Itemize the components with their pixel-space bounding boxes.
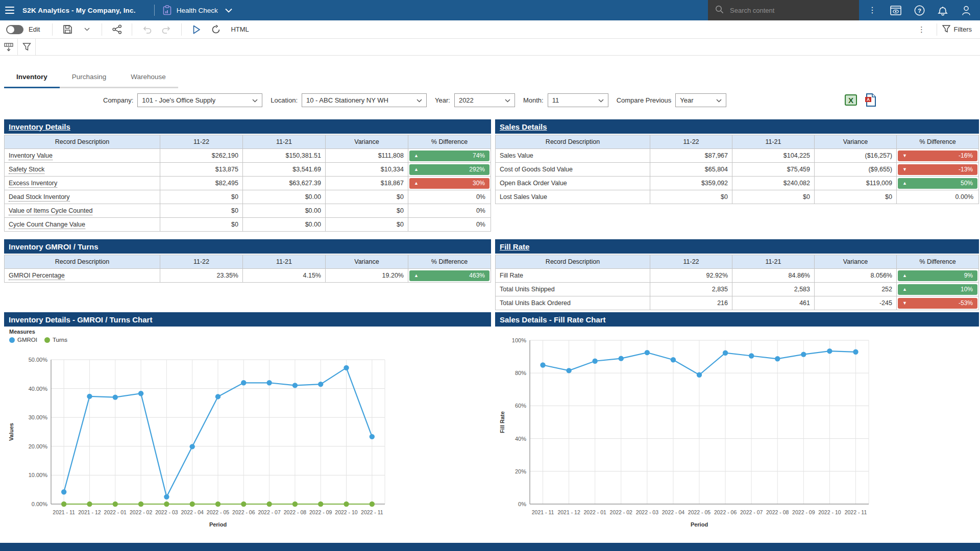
filter-select-company[interactable]: 101 - Joe's Office Supply bbox=[137, 93, 262, 107]
data-point[interactable] bbox=[61, 489, 66, 494]
data-point[interactable] bbox=[215, 502, 220, 507]
data-point[interactable] bbox=[370, 434, 375, 439]
tab-inventory[interactable]: Inventory bbox=[4, 65, 60, 88]
tab-label: Purchasing bbox=[72, 73, 107, 81]
data-point[interactable] bbox=[566, 368, 571, 373]
data-point[interactable] bbox=[241, 380, 246, 385]
data-point[interactable] bbox=[540, 362, 545, 367]
data-point[interactable] bbox=[241, 502, 246, 507]
data-point[interactable] bbox=[853, 349, 858, 355]
difference-value: 0% bbox=[409, 207, 489, 214]
difference-badge: ▲30% bbox=[409, 178, 489, 189]
excel-export-icon[interactable]: X bbox=[843, 93, 859, 107]
data-point[interactable] bbox=[344, 365, 349, 370]
data-point[interactable] bbox=[318, 382, 323, 387]
data-point[interactable] bbox=[189, 444, 194, 449]
hamburger-menu-icon[interactable] bbox=[5, 7, 14, 14]
html-button[interactable]: HTML bbox=[231, 26, 249, 33]
filter-select-compare-previous[interactable]: Year bbox=[675, 93, 726, 107]
table-row: Cycle Count Change Value$0$0.00$00% bbox=[5, 218, 491, 232]
x-tick-label: 2022 - 06 bbox=[232, 509, 255, 515]
data-point[interactable] bbox=[113, 502, 118, 507]
prompt-bar-icon[interactable] bbox=[0, 39, 18, 55]
data-point[interactable] bbox=[138, 391, 143, 396]
preview-window-icon[interactable] bbox=[889, 4, 902, 17]
record-description-link[interactable]: Safety Stock bbox=[9, 166, 44, 174]
data-point[interactable] bbox=[344, 502, 349, 507]
edit-toggle[interactable] bbox=[6, 25, 23, 34]
filter-funnel-icon[interactable] bbox=[18, 39, 36, 55]
record-description-link[interactable]: Inventory Value bbox=[9, 152, 53, 160]
section-title-sales-details[interactable]: Sales Details bbox=[500, 122, 547, 131]
filter-select-month[interactable]: 11 bbox=[548, 93, 608, 107]
record-description-link[interactable]: Value of Items Cycle Counted bbox=[9, 207, 92, 215]
run-play-icon[interactable] bbox=[190, 23, 203, 36]
share-icon[interactable] bbox=[110, 23, 124, 36]
view-switch-chevron-down-icon[interactable] bbox=[225, 8, 232, 13]
data-point[interactable] bbox=[723, 350, 728, 356]
data-point[interactable] bbox=[61, 502, 66, 507]
column-header: Record Description bbox=[496, 255, 650, 269]
value-cell: 461 bbox=[732, 296, 815, 310]
data-point[interactable] bbox=[87, 394, 92, 399]
data-point[interactable] bbox=[87, 502, 92, 507]
record-description-link[interactable]: Excess Inventory bbox=[9, 180, 57, 188]
section-title-fill-rate[interactable]: Fill Rate bbox=[500, 242, 529, 251]
data-point[interactable] bbox=[318, 502, 323, 507]
filter-select-location[interactable]: 10 - ABC Stationery NY WH bbox=[302, 93, 427, 107]
save-options-chevron-down-icon[interactable] bbox=[80, 23, 93, 36]
difference-value: 463% bbox=[469, 272, 485, 279]
data-point[interactable] bbox=[292, 383, 298, 388]
data-point[interactable] bbox=[645, 350, 650, 355]
data-point[interactable] bbox=[164, 494, 169, 499]
redo-icon[interactable] bbox=[160, 23, 173, 36]
toolbar-kebab-menu-icon[interactable]: ⋮ bbox=[915, 23, 928, 36]
search-input[interactable] bbox=[729, 6, 843, 15]
data-point[interactable] bbox=[138, 502, 143, 507]
data-point[interactable] bbox=[292, 502, 298, 507]
legend-item-gmroi[interactable]: GMROI bbox=[9, 337, 37, 343]
filters-button[interactable]: Filters bbox=[942, 25, 972, 34]
data-point[interactable] bbox=[827, 348, 832, 354]
record-description-cell: Lost Sales Value bbox=[496, 190, 650, 204]
data-point[interactable] bbox=[266, 502, 272, 507]
data-point[interactable] bbox=[801, 352, 806, 357]
pdf-export-icon[interactable]: A bbox=[863, 93, 878, 107]
data-point[interactable] bbox=[266, 380, 272, 385]
filter-select-year[interactable]: 2022 bbox=[454, 93, 515, 107]
data-point[interactable] bbox=[370, 502, 375, 507]
x-tick-label: 2022 - 03 bbox=[155, 509, 178, 515]
filters-label: Filters bbox=[954, 26, 972, 33]
record-description-link[interactable]: GMROI Percentage bbox=[9, 272, 65, 280]
tab-warehouse[interactable]: Warehouse bbox=[118, 65, 178, 88]
section-bar-fill-rate-chart: Sales Details - Fill Rate Chart bbox=[495, 312, 979, 327]
data-point[interactable] bbox=[775, 356, 780, 361]
table-row: Dead Stock Inventory$0$0.00$00% bbox=[5, 190, 491, 204]
account-person-icon[interactable] bbox=[960, 4, 973, 17]
data-point[interactable] bbox=[189, 502, 194, 507]
y-tick-label: 40% bbox=[515, 436, 526, 442]
y-tick-label: 60% bbox=[515, 403, 526, 409]
data-point[interactable] bbox=[619, 356, 624, 361]
record-description-link[interactable]: Cycle Count Change Value bbox=[9, 221, 85, 229]
undo-icon[interactable] bbox=[140, 23, 154, 36]
record-description-link[interactable]: Dead Stock Inventory bbox=[9, 193, 70, 202]
data-point[interactable] bbox=[113, 394, 118, 399]
section-title-inventory-details[interactable]: Inventory Details bbox=[9, 122, 70, 131]
data-point[interactable] bbox=[749, 353, 754, 358]
help-icon[interactable]: ? bbox=[913, 4, 926, 17]
data-point[interactable] bbox=[697, 372, 702, 378]
refresh-icon[interactable] bbox=[209, 23, 223, 36]
data-point[interactable] bbox=[164, 502, 169, 507]
save-icon[interactable] bbox=[61, 23, 74, 36]
x-tick-label: 2022 - 04 bbox=[662, 509, 685, 515]
topbar-kebab-menu-icon[interactable]: ⋮ bbox=[866, 4, 879, 17]
difference-value: -16% bbox=[959, 152, 973, 159]
data-point[interactable] bbox=[671, 357, 676, 362]
tab-purchasing[interactable]: Purchasing bbox=[60, 65, 119, 88]
data-point[interactable] bbox=[215, 394, 220, 399]
data-point[interactable] bbox=[592, 359, 597, 364]
notifications-bell-icon[interactable] bbox=[936, 4, 949, 17]
legend-item-turns[interactable]: Turns bbox=[44, 337, 67, 343]
value-cell: 2,583 bbox=[732, 283, 815, 296]
